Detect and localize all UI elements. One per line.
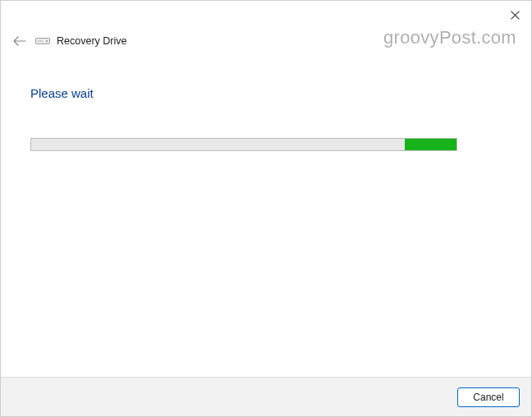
drive-icon — [35, 35, 50, 47]
wizard-content: Please wait — [1, 57, 531, 377]
svg-rect-4 — [38, 40, 43, 42]
cancel-button[interactable]: Cancel — [457, 387, 520, 407]
progress-chunk — [405, 139, 457, 150]
wizard-footer: Cancel — [1, 377, 531, 416]
titlebar — [1, 1, 531, 30]
wizard-title: Recovery Drive — [57, 35, 126, 47]
close-button[interactable] — [502, 4, 528, 25]
status-heading: Please wait — [30, 86, 502, 100]
svg-point-3 — [46, 40, 48, 42]
close-icon — [511, 11, 520, 20]
progress-bar — [30, 138, 457, 151]
back-button[interactable] — [12, 34, 27, 48]
recovery-drive-wizard: Recovery Drive groovyPost.com Please wai… — [0, 0, 532, 417]
wizard-header: Recovery Drive — [1, 30, 531, 57]
back-arrow-icon — [13, 36, 26, 46]
